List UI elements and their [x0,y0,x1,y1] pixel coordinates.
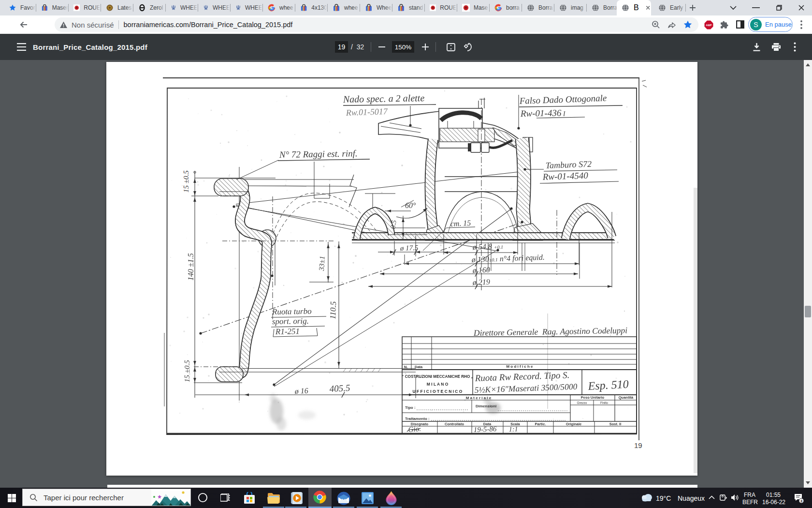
svg-text:M I L A N O: M I L A N O [427,382,449,387]
svg-text:U F F I C I O T E C N I C O: U F F I C I O T E C N I C O [413,389,463,394]
svg-text:Controllato: Controllato [445,422,464,426]
svg-text:60°: 60° [405,201,416,209]
svg-text:ø 17.5: ø 17.5 [400,244,419,252]
svg-text:19: 19 [634,441,642,449]
svg-text:ø 160: ø 160 [472,266,491,274]
svg-text:110.5: 110.5 [328,301,338,319]
svg-text:cm. 15: cm. 15 [450,219,471,228]
svg-text:ø 16: ø 16 [294,387,308,395]
svg-text:3: 3 [800,499,803,503]
svg-text:Direttore Generale Rag. Agost: Direttore Generale Rag. Agostino Codelup… [473,325,628,338]
svg-text:Peso Unitario: Peso Unitario [581,395,605,400]
svg-text:Rw-01-436 I: Rw-01-436 I [520,107,566,119]
svg-text:sport. orig.: sport. orig. [272,316,309,326]
svg-text:ABP: ABP [706,24,712,27]
svg-text:“ COSTRUZIONI MECCANICHE RHO „: “ COSTRUZIONI MECCANICHE RHO „ [402,374,473,379]
svg-text:Sost. II: Sost. II [609,422,622,426]
svg-text:140 ±1.5: 140 ±1.5 [187,253,195,281]
svg-text:Partic.: Partic. [535,422,546,426]
svg-text:Dimensioni: Dimensioni [476,404,496,408]
svg-text:Tamburo S72: Tamburo S72 [545,159,592,170]
svg-text:405.5: 405.5 [329,383,350,394]
svg-text:Ruota turbo: Ruota turbo [272,307,312,316]
svg-text:Tipo :: Tipo : [405,405,416,410]
svg-text:Finito: Finito [600,401,608,404]
svg-text:Falso Dado Ottogonale: Falso Dado Ottogonale [519,93,607,106]
svg-text:3.5: 3.5 [389,220,398,230]
svg-text:Grezzo: Grezzo [577,401,587,404]
svg-text:1:1: 1:1 [509,425,518,433]
svg-text:N° 72 Raggi est. rinf.: N° 72 Raggi est. rinf. [279,148,358,160]
svg-text:Rw.01-5017: Rw.01-5017 [345,106,388,118]
svg-text:5½K×16″Maserati 3500/5000: 5½K×16″Maserati 3500/5000 [474,382,577,395]
svg-text:Ruota Rw Record. Tipo S.: Ruota Rw Record. Tipo S. [474,370,569,383]
svg-text:Rw-01-4540: Rw-01-4540 [542,170,588,182]
svg-text:Trattamento :: Trattamento : [405,417,430,421]
svg-text:R1-251: R1-251 [275,327,300,336]
svg-text:Quantità: Quantità [619,395,634,400]
svg-text:19-5-86: 19-5-86 [474,425,497,433]
svg-text:ø 130±0.1 n°4 fori equid.: ø 130±0.1 n°4 fori equid. [471,253,545,264]
svg-text:M o d i f i c h e: M o d i f i c h e [506,364,533,369]
svg-text:15 ±0.5: 15 ±0.5 [182,170,190,193]
svg-text:Esp. 510: Esp. 510 [587,378,629,392]
svg-text:33±1: 33±1 [318,256,326,272]
svg-text:‌Nado spec. a 2 alette: ‌Nado spec. a 2 alette [343,92,425,105]
svg-text:Originale: Originale [566,422,582,426]
svg-text:Data: Data [415,365,423,369]
svg-text:15 ±0.5: 15 ±0.5 [183,360,191,382]
svg-text:M a t e r i a l e: M a t e r i a l e [466,396,492,400]
svg-text:N.: N. [404,365,408,369]
svg-text:ø 219: ø 219 [472,278,491,286]
